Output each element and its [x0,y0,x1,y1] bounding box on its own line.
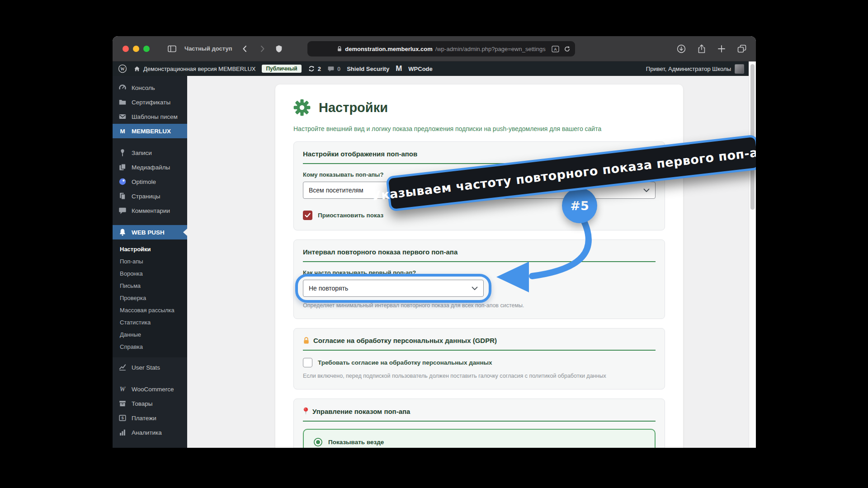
svg-text:$: $ [121,415,124,420]
scrollbar-thumb[interactable] [750,64,755,210]
submenu-item-funnel[interactable]: Воронка [113,267,187,280]
show-everywhere-label: Показывать везде [328,439,384,446]
sidebar-item-woocommerce[interactable]: WWooCommerce [113,382,187,396]
section-display-control: Управление показом поп-апа Показывать ве… [293,399,665,448]
url-domain: demonstration.memberlux.com [345,46,433,52]
svg-text:M: M [120,128,125,135]
submenu-item-settings[interactable]: Настройки [113,243,187,255]
sidebar-item-label: Optimole [132,178,156,185]
sidebar-item-optimole[interactable]: Optimole [113,174,187,189]
sidebar-item-comments[interactable]: Комментарии [113,203,187,218]
folder-icon [118,98,127,107]
section-display-control-heading: Управление показом поп-апа [312,408,410,415]
sidebar-item-email-templates[interactable]: Шаблоны писем [113,109,187,124]
submenu-item-help[interactable]: Справка [113,341,187,353]
sidebar-item-label: Комментарии [132,207,170,214]
sidebar-item-user-stats[interactable]: User Stats [113,360,187,375]
comments-link[interactable]: 0 [327,66,340,72]
m-plugin-icon[interactable]: M [396,64,402,73]
sidebar-item-label: Страницы [132,193,160,200]
site-link[interactable]: Демонстрационная версия MEMBERLUX [133,66,255,72]
wp-admin-bar: W Демонстрационная версия MEMBERLUX Публ… [113,61,756,76]
submenu-item-statistics[interactable]: Статистика [113,316,187,328]
submenu-item-popups[interactable]: Поп-апы [113,255,187,267]
svg-text:W: W [120,67,125,71]
section-interval-heading: Интервал повторного показа первого поп-а… [303,248,656,262]
show-everywhere-radio[interactable] [314,438,322,446]
section-gdpr: Согласие на обработку персональных данны… [293,328,665,389]
sidebar-item-label: WEB PUSH [132,229,165,236]
browser-window: Частный доступ demonstration.memberlux.c… [113,36,756,448]
svg-text:W: W [120,385,126,393]
sidebar-item-memberlux[interactable]: MMEMBERLUX [113,124,187,138]
reload-icon[interactable] [564,46,571,52]
greeting-text[interactable]: Привет, Администратор Школы [646,66,731,72]
pause-display-checkbox[interactable] [303,211,312,220]
sidebar-item-label: WooCommerce [132,386,174,393]
tab-overview-icon[interactable] [737,44,747,53]
sidebar-item-media[interactable]: Медиафайлы [113,160,187,174]
payment-icon: $ [118,413,127,422]
gdpr-require-checkbox[interactable] [303,358,312,367]
optimole-icon [118,177,127,186]
submenu-item-data[interactable]: Данные [113,328,187,341]
who-show-select[interactable]: Всем посетителям [303,182,656,199]
sidebar-item-label: User Stats [132,364,160,371]
new-tab-icon[interactable] [717,44,726,53]
private-browsing-label: Частный доступ [184,45,232,52]
share-icon[interactable] [697,44,706,54]
visibility-badge: Публичный [262,65,301,73]
sidebar-item-label: Шаблоны писем [132,113,178,120]
sidebar-item-label: Платежи [132,415,156,422]
sidebar-item-web-push[interactable]: WEB PUSH [113,225,187,239]
sidebar-item-posts[interactable]: Записи [113,145,187,160]
sidebar-item-pages[interactable]: Страницы [113,189,187,203]
gdpr-helper: Если включено, перед подпиской пользоват… [303,373,656,379]
avatar[interactable] [735,64,744,74]
close-window-button[interactable] [123,46,129,52]
wpcode-link[interactable]: WPCode [408,66,432,72]
sidebar-item-analytics[interactable]: Аналитика [113,425,187,440]
show-everywhere-option[interactable]: Показывать везде Поп-ап будет показывать… [303,429,656,448]
forward-button[interactable] [258,44,267,53]
downloads-icon[interactable] [676,44,686,54]
translate-icon[interactable]: A [552,46,559,52]
home-icon [133,66,141,72]
site-name: Демонстрационная версия MEMBERLUX [143,66,255,72]
wp-logo-icon[interactable]: W [118,64,127,73]
sidebar-item-dashboard[interactable]: Консоль [113,80,187,95]
back-button[interactable] [241,44,250,53]
sidebar-item-label: Записи [132,150,152,156]
sidebar-item-label: MEMBERLUX [132,128,171,135]
svg-text:A: A [554,47,557,51]
submenu-item-bulk-mailing[interactable]: Массовая рассылка [113,304,187,316]
minimize-window-button[interactable] [133,46,139,52]
frequency-select[interactable]: Не повторять [303,280,484,297]
privacy-shield-icon[interactable] [275,44,283,53]
sidebar-toggle-icon[interactable] [168,45,176,52]
sidebar-item-certificates[interactable]: Сертификаты [113,95,187,109]
sidebar-item-payments[interactable]: $Платежи [113,411,187,425]
pushpin-icon [118,148,127,157]
chevron-down-icon [472,286,478,291]
browser-toolbar: Частный доступ demonstration.memberlux.c… [113,36,756,61]
section-gdpr-heading: Согласие на обработку персональных данны… [313,337,497,344]
comment-icon [118,206,127,215]
gdpr-require-label: Требовать согласие на обработку персонал… [318,359,492,366]
gear-icon [293,99,311,116]
updates-count: 2 [318,66,321,72]
shield-security-link[interactable]: Shield Security [347,66,389,72]
submenu-item-letters[interactable]: Письма [113,280,187,292]
page-title: Настройки [319,100,388,115]
updates-link[interactable]: 2 [308,65,321,72]
page-header: Настройки [293,99,665,116]
who-show-label: Кому показывать поп-апы? [303,171,656,178]
current-item-wedge [183,229,187,236]
sidebar-item-products[interactable]: Товары [113,396,187,411]
sidebar-item-label: Сертификаты [132,99,170,106]
maximize-window-button[interactable] [143,46,150,52]
content-area: Настройки Настройте внешний вид и логику… [187,76,756,448]
address-bar[interactable]: demonstration.memberlux.com/wp-admin/adm… [307,41,575,56]
submenu-item-check[interactable]: Проверка [113,292,187,304]
pages-icon [118,192,127,201]
